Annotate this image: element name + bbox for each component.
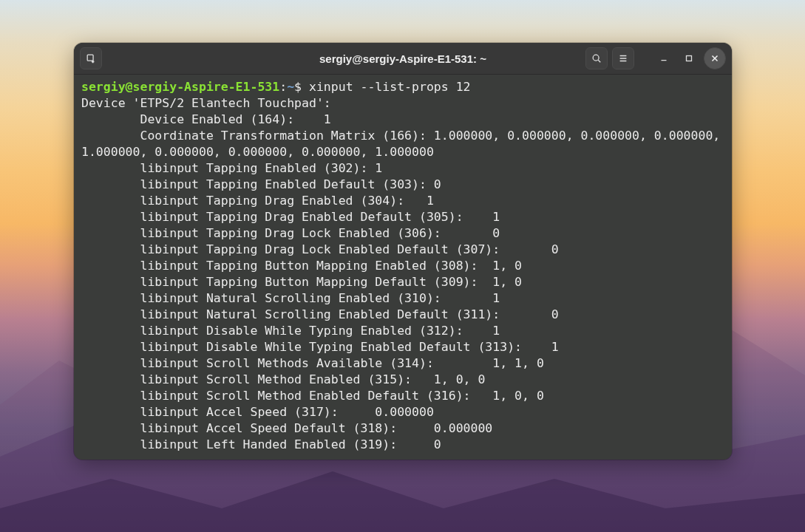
terminal-output: sergiy@sergiy-Aspire-E1-531:~$ xinput --… <box>81 79 724 453</box>
svg-rect-9 <box>687 56 692 61</box>
svg-point-3 <box>593 55 599 61</box>
desktop-background: sergiy@sergiy-Aspire-E1-531: ~ <box>0 0 805 532</box>
minimize-button[interactable] <box>653 48 674 69</box>
titlebar: sergiy@sergiy-Aspire-E1-531: ~ <box>74 43 732 75</box>
close-button[interactable] <box>704 47 726 69</box>
terminal-viewport[interactable]: sergiy@sergiy-Aspire-E1-531:~$ xinput --… <box>74 75 732 460</box>
maximize-button[interactable] <box>679 48 699 69</box>
terminal-window: sergiy@sergiy-Aspire-E1-531: ~ <box>74 43 732 460</box>
svg-line-4 <box>598 60 600 62</box>
new-tab-button[interactable] <box>80 47 102 69</box>
menu-button[interactable] <box>612 47 634 69</box>
svg-rect-0 <box>87 55 93 61</box>
search-button[interactable] <box>585 47 608 69</box>
